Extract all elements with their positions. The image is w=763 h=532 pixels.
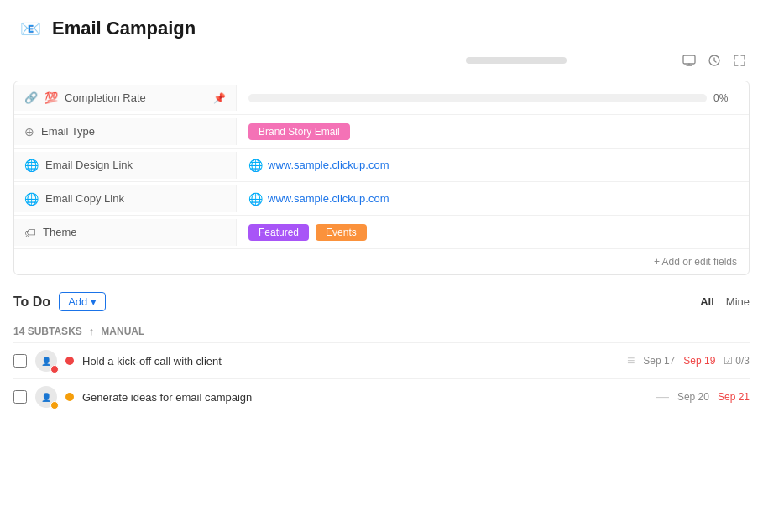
events-tag[interactable]: Events bbox=[316, 224, 367, 241]
email-copy-url-text[interactable]: www.sample.clickup.com bbox=[268, 192, 389, 205]
add-edit-fields-label[interactable]: + Add or edit fields bbox=[654, 256, 737, 268]
task-1-due-date: Sep 19 bbox=[683, 355, 715, 367]
task-1-check-badge: ☑ 0/3 bbox=[724, 355, 750, 367]
featured-tag[interactable]: Featured bbox=[248, 224, 309, 241]
add-button[interactable]: Add ▾ bbox=[59, 292, 106, 311]
email-copy-link-label-text: Email Copy Link bbox=[45, 192, 124, 205]
brand-story-email-tag[interactable]: Brand Story Email bbox=[248, 123, 350, 140]
task-1-avatar-badge bbox=[50, 365, 59, 373]
email-copy-link-row: 🌐 Email Copy Link 🌐 www.sample.clickup.c… bbox=[14, 182, 749, 216]
task-2-due-date: Sep 21 bbox=[718, 391, 750, 403]
theme-icon: 🏷 bbox=[24, 226, 36, 239]
todo-header: To Do Add ▾ All Mine bbox=[13, 292, 750, 311]
task-2-name: Generate ideas for email campaign bbox=[82, 391, 647, 404]
hundred-icon: 💯 bbox=[44, 91, 58, 104]
task-1-avatar: 👤 bbox=[35, 350, 57, 372]
email-type-label-text: Email Type bbox=[41, 125, 95, 138]
breadcrumb-area bbox=[350, 57, 683, 64]
email-design-link-label-text: Email Design Link bbox=[45, 159, 133, 171]
theme-row: 🏷 Theme Featured Events bbox=[14, 216, 749, 249]
todo-right: All Mine bbox=[700, 295, 750, 308]
email-design-link-value[interactable]: 🌐 www.sample.clickup.com bbox=[237, 152, 749, 179]
history-icon-button[interactable] bbox=[708, 54, 721, 67]
email-design-link-label: 🌐 Email Design Link bbox=[14, 152, 237, 179]
todo-left: To Do Add ▾ bbox=[13, 292, 106, 311]
page-header: 📧 Email Campaign bbox=[0, 0, 763, 50]
task-row-1: 👤 Hold a kick-off call with client ≡ Sep… bbox=[13, 342, 750, 378]
task-1-status-dot bbox=[65, 357, 74, 365]
svg-rect-0 bbox=[683, 55, 695, 64]
email-copy-url: 🌐 www.sample.clickup.com bbox=[248, 192, 389, 206]
theme-value[interactable]: Featured Events bbox=[237, 217, 749, 248]
filter-mine-button[interactable]: Mine bbox=[726, 295, 750, 308]
task-1-start-date: Sep 17 bbox=[643, 355, 675, 367]
top-toolbar bbox=[0, 50, 763, 74]
task-2-separator: — bbox=[656, 389, 669, 404]
task-1-avatar-icon: 👤 bbox=[41, 357, 51, 366]
task-1-checkbox[interactable] bbox=[13, 354, 27, 368]
completion-rate-icon: 🔗 bbox=[24, 91, 38, 104]
add-button-label: Add bbox=[68, 295, 87, 308]
email-design-url-text[interactable]: www.sample.clickup.com bbox=[268, 159, 389, 171]
email-type-icon: ⊕ bbox=[24, 125, 34, 138]
header-icon: 📧 bbox=[17, 15, 44, 42]
task-2-checkbox[interactable] bbox=[13, 390, 27, 404]
breadcrumb-bar bbox=[466, 57, 567, 64]
url-globe-icon-2: 🌐 bbox=[248, 192, 263, 206]
theme-label-text: Theme bbox=[43, 226, 76, 238]
progress-container: 0% bbox=[248, 92, 737, 104]
pin-icon: 📌 bbox=[213, 92, 226, 104]
email-type-value[interactable]: Brand Story Email bbox=[237, 117, 749, 147]
add-button-chevron: ▾ bbox=[91, 295, 97, 308]
task-1-check-count: 0/3 bbox=[735, 355, 750, 367]
email-copy-link-icon: 🌐 bbox=[24, 192, 39, 206]
task-1-separator: ≡ bbox=[627, 353, 635, 368]
subtasks-header: 14 SUBTASKS ↑ Manual bbox=[13, 318, 750, 342]
completion-rate-value[interactable]: 0% bbox=[237, 86, 749, 111]
expand-icon-button[interactable] bbox=[733, 54, 746, 67]
add-edit-fields[interactable]: + Add or edit fields bbox=[14, 249, 749, 274]
email-design-link-row: 🌐 Email Design Link 🌐 www.sample.clickup… bbox=[14, 149, 749, 182]
sort-icon: ↑ bbox=[89, 325, 95, 337]
task-1-name: Hold a kick-off call with client bbox=[82, 355, 619, 368]
task-2-avatar-badge bbox=[50, 401, 59, 409]
completion-rate-label-text: Completion Rate bbox=[65, 91, 146, 104]
url-globe-icon-1: 🌐 bbox=[248, 159, 263, 172]
monitor-icon-button[interactable] bbox=[682, 54, 696, 67]
todo-title: To Do bbox=[13, 295, 50, 310]
email-design-url: 🌐 www.sample.clickup.com bbox=[248, 159, 389, 172]
completion-rate-row: 🔗 💯 Completion Rate 📌 0% bbox=[14, 81, 749, 115]
completion-rate-label: 🔗 💯 Completion Rate 📌 bbox=[14, 85, 237, 111]
email-copy-link-value[interactable]: 🌐 www.sample.clickup.com bbox=[237, 185, 749, 212]
toolbar-icons bbox=[682, 54, 746, 67]
fields-section: 🔗 💯 Completion Rate 📌 0% ⊕ Email Type Br… bbox=[13, 81, 750, 275]
email-type-row: ⊕ Email Type Brand Story Email bbox=[14, 115, 749, 149]
subtasks-count: 14 SUBTASKS bbox=[13, 326, 82, 337]
task-2-avatar-icon: 👤 bbox=[41, 393, 51, 402]
filter-all-button[interactable]: All bbox=[700, 295, 714, 308]
task-1-check-icon: ☑ bbox=[724, 355, 733, 367]
task-row-2: 👤 Generate ideas for email campaign — Se… bbox=[13, 378, 750, 415]
task-2-start-date: Sep 20 bbox=[677, 391, 709, 403]
email-design-link-icon: 🌐 bbox=[24, 159, 39, 172]
email-type-label: ⊕ Email Type bbox=[14, 118, 237, 145]
progress-text: 0% bbox=[713, 92, 737, 104]
task-2-status-dot bbox=[65, 393, 74, 401]
theme-label: 🏷 Theme bbox=[14, 219, 237, 246]
progress-bar-wrap bbox=[248, 94, 707, 102]
sort-label: Manual bbox=[101, 326, 144, 337]
task-2-avatar: 👤 bbox=[35, 386, 57, 408]
email-copy-link-label: 🌐 Email Copy Link bbox=[14, 185, 237, 212]
page-title: Email Campaign bbox=[52, 18, 196, 39]
todo-section: To Do Add ▾ All Mine 14 SUBTASKS ↑ Manua… bbox=[0, 275, 763, 415]
